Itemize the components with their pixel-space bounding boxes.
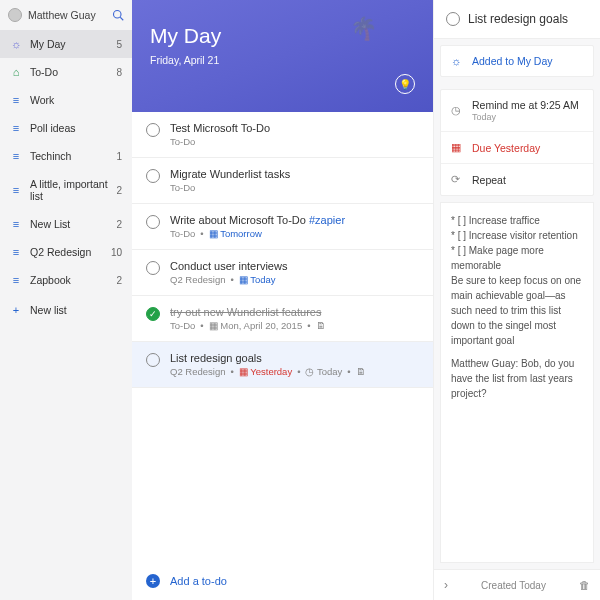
complete-toggle[interactable] [146, 215, 160, 229]
task-title: try out new Wunderlist features [170, 306, 419, 318]
home-icon: ⌂ [10, 66, 22, 78]
task-meta: To-Do [170, 182, 419, 193]
repeat-row[interactable]: ⟳ Repeat [441, 164, 593, 195]
sidebar-item-label: Q2 Redesign [30, 246, 103, 258]
sidebar-header: Matthew Guay [0, 0, 132, 30]
svg-line-1 [120, 17, 123, 20]
sun-icon: ☼ [10, 38, 22, 50]
complete-toggle[interactable] [146, 261, 160, 275]
sidebar-item-work[interactable]: ≡Work [0, 86, 132, 114]
add-task-row[interactable]: + Add a to-do [132, 562, 433, 600]
detail-footer: › Created Today 🗑 [434, 569, 600, 600]
main-panel: 🌴 My Day Friday, April 21 💡 Test Microso… [132, 0, 433, 600]
sidebar-item-label: Poll ideas [30, 122, 114, 134]
add-plus-icon: + [146, 574, 160, 588]
list-icon: ≡ [10, 274, 22, 286]
task-row[interactable]: Migrate Wunderlist tasksTo-Do [132, 158, 433, 204]
task-row[interactable]: Write about Microsoft To-Do #zapierTo-Do… [132, 204, 433, 250]
task-row[interactable]: List redesign goalsQ2 Redesign • ▦ Yeste… [132, 342, 433, 388]
remind-sub: Today [472, 112, 579, 122]
sidebar-item-label: Work [30, 94, 114, 106]
sidebar-item-new-list[interactable]: ≡New List2 [0, 210, 132, 238]
task-meta: To-Do • ▦ Tomorrow [170, 228, 419, 239]
sidebar-item-my-day[interactable]: ☼My Day5 [0, 30, 132, 58]
sidebar-item-label: New List [30, 218, 108, 230]
list-icon: ≡ [10, 150, 22, 162]
remind-row[interactable]: ◷ Remind me at 9:25 AM Today [441, 90, 593, 132]
palm-tree-icon: 🌴 [350, 16, 377, 42]
calendar-icon: ▦ [239, 366, 248, 377]
complete-toggle[interactable] [146, 353, 160, 367]
sidebar-item-count: 10 [111, 247, 122, 258]
remind-label: Remind me at 9:25 AM [472, 99, 579, 111]
complete-toggle[interactable]: ✓ [146, 307, 160, 321]
task-title: Test Microsoft To-Do [170, 122, 419, 134]
new-list-button[interactable]: + New list [0, 294, 132, 326]
delete-icon[interactable]: 🗑 [579, 579, 590, 591]
note-icon: 🗎 [316, 320, 326, 331]
task-title: List redesign goals [170, 352, 419, 364]
detail-notes[interactable]: * [ ] Increase traffice* [ ] Increase vi… [440, 202, 594, 563]
sun-icon: ☼ [451, 55, 464, 67]
detail-complete-toggle[interactable] [446, 12, 460, 26]
calendar-icon: ▦ [239, 274, 248, 285]
sidebar-item-label: A little, important list [30, 178, 108, 202]
sidebar-item-techinch[interactable]: ≡Techinch1 [0, 142, 132, 170]
sidebar-item-a-little-important-list[interactable]: ≡A little, important list2 [0, 170, 132, 210]
added-to-myday-row[interactable]: ☼ Added to My Day [441, 46, 593, 76]
sidebar-item-label: My Day [30, 38, 108, 50]
add-task-label: Add a to-do [170, 575, 227, 587]
sidebar-item-count: 5 [116, 39, 122, 50]
avatar[interactable] [8, 8, 22, 22]
myday-label: Added to My Day [472, 55, 553, 67]
task-meta: To-Do • ▦ Mon, April 20, 2015 • 🗎 [170, 320, 419, 331]
username[interactable]: Matthew Guay [28, 9, 106, 21]
repeat-label: Repeat [472, 174, 506, 186]
new-list-label: New list [30, 304, 122, 316]
due-row[interactable]: ▦ Due Yesterday [441, 132, 593, 164]
sidebar: Matthew Guay ☼My Day5⌂To-Do8≡Work≡Poll i… [0, 0, 132, 600]
sidebar-item-label: To-Do [30, 66, 108, 78]
list-icon: ≡ [10, 218, 22, 230]
detail-panel: List redesign goals ☼ Added to My Day ◷ … [433, 0, 600, 600]
sidebar-item-q2-redesign[interactable]: ≡Q2 Redesign10 [0, 238, 132, 266]
task-row[interactable]: ✓try out new Wunderlist featuresTo-Do • … [132, 296, 433, 342]
calendar-icon: ▦ [451, 141, 464, 154]
list-icon: ≡ [10, 122, 22, 134]
complete-toggle[interactable] [146, 123, 160, 137]
task-meta: Q2 Redesign • ▦ Today [170, 274, 419, 285]
plus-icon: + [10, 304, 22, 316]
sidebar-item-poll-ideas[interactable]: ≡Poll ideas [0, 114, 132, 142]
sidebar-item-label: Techinch [30, 150, 108, 162]
repeat-icon: ⟳ [451, 173, 464, 186]
task-meta: Q2 Redesign • ▦ Yesterday • ◷ Today • 🗎 [170, 366, 419, 377]
sidebar-item-zapbook[interactable]: ≡Zapbook2 [0, 266, 132, 294]
created-label: Created Today [456, 580, 571, 591]
detail-title[interactable]: List redesign goals [468, 12, 568, 26]
task-title: Migrate Wunderlist tasks [170, 168, 419, 180]
detail-header: List redesign goals [434, 0, 600, 39]
task-row[interactable]: Test Microsoft To-DoTo-Do [132, 112, 433, 158]
calendar-icon: ▦ [209, 320, 218, 331]
sidebar-item-to-do[interactable]: ⌂To-Do8 [0, 58, 132, 86]
task-row[interactable]: Conduct user interviewsQ2 Redesign • ▦ T… [132, 250, 433, 296]
sidebar-item-count: 8 [116, 67, 122, 78]
list-icon: ≡ [10, 94, 22, 106]
sidebar-item-count: 1 [116, 151, 122, 162]
hero-header: 🌴 My Day Friday, April 21 💡 [132, 0, 433, 112]
sidebar-item-label: Zapbook [30, 274, 108, 286]
svg-point-0 [114, 11, 122, 19]
detail-myday-card: ☼ Added to My Day [440, 45, 594, 77]
sidebar-item-count: 2 [116, 185, 122, 196]
sidebar-item-count: 2 [116, 275, 122, 286]
clock-icon: ◷ [305, 366, 314, 377]
page-date: Friday, April 21 [150, 54, 415, 66]
task-title: Write about Microsoft To-Do #zapier [170, 214, 419, 226]
suggestions-icon[interactable]: 💡 [395, 74, 415, 94]
bell-icon: ◷ [451, 104, 464, 117]
hide-detail-icon[interactable]: › [444, 578, 448, 592]
list-icon: ≡ [10, 184, 22, 196]
detail-schedule-card: ◷ Remind me at 9:25 AM Today ▦ Due Yeste… [440, 89, 594, 196]
complete-toggle[interactable] [146, 169, 160, 183]
search-icon[interactable] [112, 9, 124, 21]
